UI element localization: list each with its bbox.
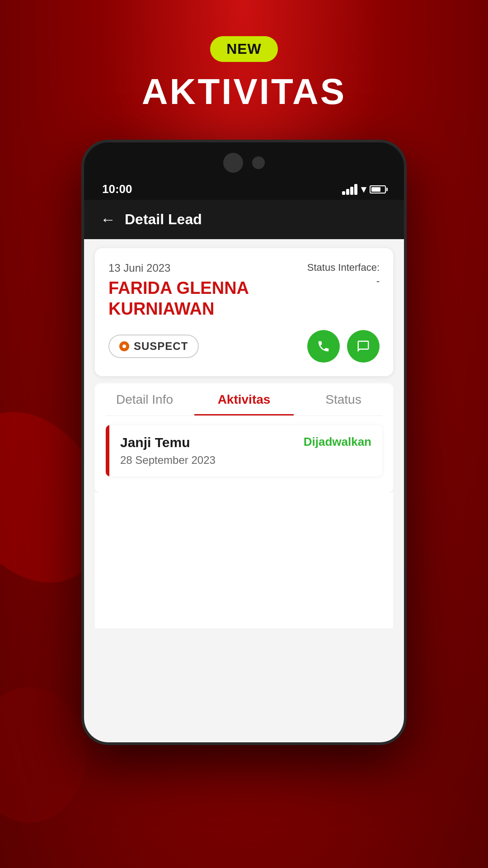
camera-main	[223, 153, 243, 173]
battery-icon	[370, 185, 386, 193]
message-button[interactable]	[347, 330, 380, 363]
activity-status: Dijadwalkan	[304, 435, 371, 449]
bottom-spacer	[95, 493, 393, 628]
list-item[interactable]: Janji Temu 28 September 2023 Dijadwalkan	[106, 425, 382, 476]
status-icons: ▾	[342, 184, 386, 195]
message-icon	[357, 340, 370, 353]
camera-area	[84, 142, 404, 179]
activity-section: Janji Temu 28 September 2023 Dijadwalkan	[95, 415, 393, 493]
new-badge: NEW	[210, 36, 278, 62]
signal-icon	[342, 184, 357, 195]
status-interface-label: Status Interface:	[307, 262, 380, 274]
suspect-label: SUSPECT	[134, 340, 188, 353]
suspect-badge: SUSPECT	[108, 335, 199, 358]
tab-divider	[106, 415, 382, 416]
back-arrow-icon[interactable]: ←	[100, 211, 116, 228]
activity-bar	[106, 425, 109, 476]
phone-frame: 10:00 ▾ ← Detail Lead	[81, 140, 407, 745]
wifi-icon: ▾	[361, 184, 366, 195]
tabs-row: Detail Info Aktivitas Status	[95, 383, 393, 415]
lead-card-top: 13 Juni 2023 FARIDA GLENNAKURNIAWAN Stat…	[108, 262, 380, 330]
app-content: ← Detail Lead 13 Juni 2023 FARIDA GLENNA…	[84, 200, 404, 742]
phone-icon	[317, 340, 330, 353]
decorative-blob-bottom	[0, 687, 86, 823]
lead-card-bottom: SUSPECT	[108, 330, 380, 363]
activity-date: 28 September 2023	[120, 454, 216, 467]
status-bar: 10:00 ▾	[84, 179, 404, 200]
lead-card: 13 Juni 2023 FARIDA GLENNAKURNIAWAN Stat…	[95, 248, 393, 376]
status-interface-value: -	[307, 275, 380, 287]
camera-secondary	[252, 156, 265, 169]
action-buttons	[307, 330, 380, 363]
activity-info: Janji Temu 28 September 2023	[120, 435, 216, 467]
main-title: AKTIVITAS	[142, 71, 346, 113]
page-title: Detail Lead	[125, 211, 202, 228]
status-time: 10:00	[102, 182, 132, 196]
nav-bar: ← Detail Lead	[84, 200, 404, 239]
call-button[interactable]	[307, 330, 340, 363]
tab-detail-info[interactable]: Detail Info	[95, 392, 194, 415]
activity-content: Janji Temu 28 September 2023 Dijadwalkan	[109, 425, 382, 476]
lead-date: 13 Juni 2023	[108, 262, 249, 274]
suspect-dot	[119, 341, 129, 351]
lead-name: FARIDA GLENNAKURNIAWAN	[108, 278, 249, 319]
activity-title: Janji Temu	[120, 435, 216, 450]
tab-aktivitas[interactable]: Aktivitas	[194, 392, 294, 415]
tab-status[interactable]: Status	[294, 392, 393, 415]
header-area: NEW AKTIVITAS	[142, 36, 346, 113]
